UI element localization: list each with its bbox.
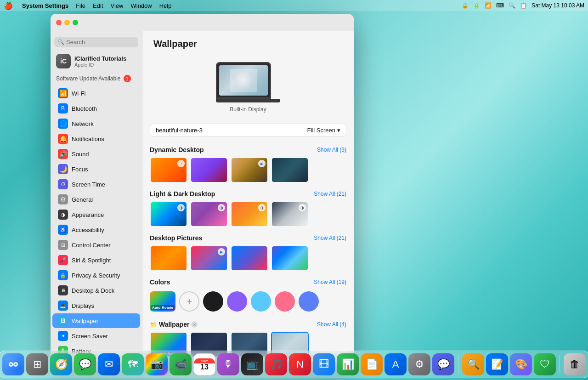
safari-icon: 🧭 xyxy=(55,358,68,370)
apple-menu[interactable]: 🍎 xyxy=(4,1,13,10)
dock-item-facetime[interactable]: 📹 xyxy=(170,353,192,375)
menu-help[interactable]: Help xyxy=(159,2,172,9)
calendar-month: MAY xyxy=(194,358,215,363)
sidebar-item-screentime[interactable]: ⏱ Screen Time xyxy=(52,177,140,192)
software-update-row[interactable]: Software Update Available 1 xyxy=(51,73,142,84)
sidebar-item-siri[interactable]: 🎤 Siri & Spotlight xyxy=(52,253,140,267)
dock-item-preview[interactable]: 🔍 xyxy=(462,353,484,375)
thumb-ld-1[interactable]: ◑ xyxy=(150,201,187,227)
add-color-button[interactable]: + xyxy=(179,291,199,312)
sidebar-item-screensaver[interactable]: ✦ Screen Saver xyxy=(52,329,140,343)
dock-item-photos[interactable]: 📷 xyxy=(146,353,168,375)
finder-icon xyxy=(6,357,21,372)
thumb-dp-1[interactable] xyxy=(150,245,187,271)
status-search[interactable]: 🔍 xyxy=(509,2,515,9)
dock-item-discord[interactable]: 💬 xyxy=(432,353,454,375)
profile-item[interactable]: iC iClarified Tutorials Apple ID xyxy=(51,51,142,71)
dock-item-finder[interactable] xyxy=(2,353,24,375)
mail-icon: ✉ xyxy=(105,358,113,370)
wallpaper-folder-show-all[interactable]: Show All (4) xyxy=(317,321,346,328)
dock-item-news[interactable]: N xyxy=(289,353,311,375)
thumb-dp-4[interactable] xyxy=(271,245,309,271)
dock-item-mail[interactable]: ✉ xyxy=(98,353,120,375)
menu-window[interactable]: Window xyxy=(130,2,152,9)
sidebar-item-displays[interactable]: 💻 Displays xyxy=(52,298,140,313)
network-icon: 🌐 xyxy=(58,119,68,129)
dock-item-launchpad[interactable]: ⊞ xyxy=(26,353,48,375)
sidebar-item-appearance[interactable]: ◑ Appearance xyxy=(52,207,140,222)
desktop-pictures-show-all[interactable]: Show All (21) xyxy=(314,235,346,241)
thumb-dynamic-2[interactable] xyxy=(190,157,228,183)
dock-item-trash[interactable]: 🗑 xyxy=(564,353,586,375)
auto-rotate-swatch[interactable]: Auto-Rotate xyxy=(150,291,175,312)
sidebar-item-focus[interactable]: 🌙 Focus xyxy=(52,162,140,176)
color-swatch-blue[interactable] xyxy=(299,291,319,312)
dock-item-podcasts[interactable]: 🎙 xyxy=(217,353,239,375)
display-label: Built-in Display xyxy=(230,106,266,113)
sidebar-item-accessibility[interactable]: ♿ Accessibility xyxy=(52,222,140,237)
news-icon: N xyxy=(296,358,304,370)
sidebar-item-notifications[interactable]: 🔔 Notifications xyxy=(52,131,140,146)
color-swatch-purple[interactable] xyxy=(227,291,247,312)
general-icon: ⚙ xyxy=(58,194,68,204)
desktop-pictures-thumbs: ▶ xyxy=(150,245,346,271)
thumb-dynamic-1[interactable]: ☀ xyxy=(150,157,187,183)
desktop-pictures-section: Desktop Pictures Show All (21) ▶ xyxy=(142,229,354,273)
sidebar-search[interactable]: 🔍 xyxy=(54,37,138,47)
sidebar-label-screentime: Screen Time xyxy=(72,181,105,188)
dock-item-appstore[interactable]: A xyxy=(384,353,407,375)
dock-item-keynote[interactable]: 🎞 xyxy=(313,353,335,375)
dock-item-adguard[interactable]: 🛡 xyxy=(534,353,556,375)
app-name[interactable]: System Settings xyxy=(22,2,68,9)
dock-item-music[interactable]: 🎵 xyxy=(265,353,287,375)
menu-edit[interactable]: Edit xyxy=(93,2,103,9)
svg-point-4 xyxy=(15,363,17,365)
dock-item-safari[interactable]: 🧭 xyxy=(50,353,72,375)
search-input[interactable] xyxy=(66,39,142,45)
color-swatch-pink[interactable] xyxy=(275,291,295,312)
dock-item-calendar[interactable]: MAY 13 xyxy=(193,353,215,375)
colors-show-all[interactable]: Show All (19) xyxy=(314,279,346,285)
sidebar-item-bluetooth[interactable]: B Bluetooth xyxy=(52,101,140,116)
color-swatch-black[interactable] xyxy=(203,291,223,312)
dock-item-systemsettings[interactable]: ⚙ xyxy=(408,353,430,375)
trash-icon: 🗑 xyxy=(570,358,580,370)
remove-folder-button[interactable]: × xyxy=(191,321,198,328)
thumb-dynamic-3[interactable]: ▶ xyxy=(231,157,268,183)
dock-item-tv[interactable]: 📺 xyxy=(241,353,263,375)
thumb-ld-2[interactable]: ◑ xyxy=(190,201,228,227)
minimize-button[interactable] xyxy=(64,20,70,25)
thumb-ld-3[interactable]: ◑ xyxy=(231,201,268,227)
colors-section: Colors Show All (19) Auto-Rotate + xyxy=(142,273,354,315)
dynamic-desktop-show-all[interactable]: Show All (9) xyxy=(317,147,346,153)
light-dark-show-all[interactable]: Show All (21) xyxy=(314,191,346,197)
sidebar-item-wifi[interactable]: 📶 Wi-Fi xyxy=(52,86,140,101)
dock-item-messages[interactable]: 💬 xyxy=(74,353,96,375)
dock-item-textedit[interactable]: 📝 xyxy=(486,353,508,375)
dock-item-maps[interactable]: 🗺 xyxy=(122,353,144,375)
menu-view[interactable]: View xyxy=(111,2,124,9)
sidebar-label-displays: Displays xyxy=(72,302,94,309)
menu-file[interactable]: File xyxy=(76,2,85,9)
dock-item-numbers[interactable]: 📊 xyxy=(337,353,359,375)
sidebar-item-privacy[interactable]: 🔒 Privacy & Security xyxy=(52,268,140,283)
photos-icon: 📷 xyxy=(151,358,163,370)
sidebar-item-network[interactable]: 🌐 Network xyxy=(52,116,140,131)
dock-item-pixelmator[interactable]: 🎨 xyxy=(510,353,532,375)
sidebar-item-wallpaper[interactable]: 🖼 Wallpaper xyxy=(52,313,140,328)
fill-screen-button[interactable]: Fill Screen ▾ xyxy=(307,127,340,134)
sidebar-item-controlcenter[interactable]: ⊞ Control Center xyxy=(52,238,140,252)
thumb-dynamic-4[interactable] xyxy=(271,157,309,183)
color-swatch-teal[interactable] xyxy=(251,291,271,312)
thumb-dp-2[interactable]: ▶ xyxy=(190,245,228,271)
maximize-button[interactable] xyxy=(73,20,78,25)
preview-icon: 🔍 xyxy=(467,358,480,370)
thumb-ld-4[interactable]: ◑ xyxy=(271,201,309,227)
thumb-dp-3[interactable] xyxy=(231,245,268,271)
close-button[interactable] xyxy=(56,20,62,25)
sidebar-item-sound[interactable]: 🔊 Sound xyxy=(52,147,140,161)
sidebar-item-general[interactable]: ⚙ General xyxy=(52,192,140,207)
sidebar-item-desktop[interactable]: 🖥 Desktop & Dock xyxy=(52,283,140,298)
dock-item-pages[interactable]: 📄 xyxy=(361,353,383,375)
menubar-left: 🍎 System Settings File Edit View Window … xyxy=(4,1,171,10)
